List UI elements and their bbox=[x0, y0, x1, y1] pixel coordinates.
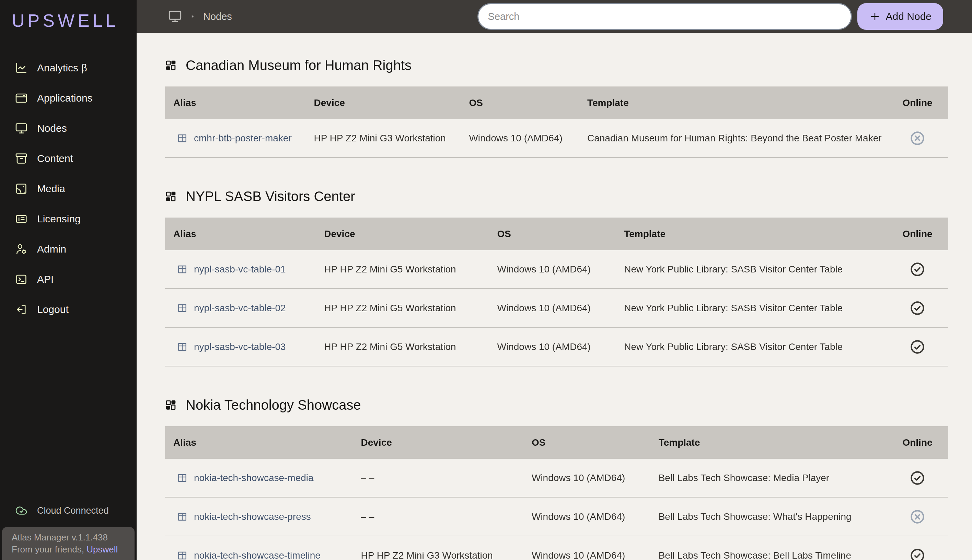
column-header-os: OS bbox=[497, 228, 624, 240]
sidebar-item-label: Analytics β bbox=[37, 62, 87, 74]
cell-os: Windows 10 (AMD64) bbox=[469, 133, 587, 144]
nodes-table: AliasDeviceOSTemplateOnline nokia-tech-s… bbox=[165, 426, 948, 560]
cell-os: Windows 10 (AMD64) bbox=[497, 303, 624, 313]
table-header-row: AliasDeviceOSTemplateOnline bbox=[165, 218, 948, 250]
cell-alias[interactable]: nokia-tech-showcase-press bbox=[165, 511, 361, 522]
user-gear-icon bbox=[15, 243, 27, 255]
cell-online bbox=[887, 130, 948, 146]
node-group-section: NYPL SASB Visitors Center AliasDeviceOST… bbox=[165, 187, 948, 367]
section-title: NYPL SASB Visitors Center bbox=[186, 189, 355, 204]
main-column: Nodes Add Node Canadian Museum for Human… bbox=[137, 0, 972, 560]
offline-x-icon bbox=[910, 130, 925, 146]
cell-alias[interactable]: nokia-tech-showcase-timeline bbox=[165, 550, 361, 560]
column-header-alias: Alias bbox=[165, 437, 361, 448]
sidebar-item-analytics[interactable]: Analytics β bbox=[0, 53, 137, 83]
cell-alias[interactable]: nypl-sasb-vc-table-01 bbox=[165, 264, 324, 275]
cell-online bbox=[887, 470, 948, 486]
table-header-row: AliasDeviceOSTemplateOnline bbox=[165, 426, 948, 459]
cell-os: Windows 10 (AMD64) bbox=[497, 264, 624, 275]
cell-device: – – bbox=[361, 472, 532, 483]
plus-icon bbox=[869, 11, 881, 22]
cell-alias[interactable]: nypl-sasb-vc-table-02 bbox=[165, 303, 324, 313]
topbar: Nodes Add Node bbox=[137, 0, 972, 33]
sidebar-item-content[interactable]: Content bbox=[0, 143, 137, 173]
alias-link[interactable]: nypl-sasb-vc-table-03 bbox=[194, 342, 286, 352]
node-group-section: Nokia Technology Showcase AliasDeviceOST… bbox=[165, 396, 948, 560]
window-pane-icon bbox=[177, 133, 188, 144]
alias-link[interactable]: nokia-tech-showcase-timeline bbox=[194, 550, 320, 560]
sidebar-item-admin[interactable]: Admin bbox=[0, 234, 137, 264]
cell-template: New York Public Library: SASB Visitor Ce… bbox=[624, 264, 887, 275]
search-bar[interactable] bbox=[477, 3, 852, 30]
table-row: cmhr-btb-poster-maker HP HP Z2 Mini G3 W… bbox=[165, 119, 948, 158]
sidebar-item-logout[interactable]: Logout bbox=[0, 294, 137, 325]
dashboard-grid-icon bbox=[165, 60, 177, 71]
cell-device: HP HP Z2 Mini G5 Workstation bbox=[324, 303, 497, 313]
sidebar-item-api[interactable]: API bbox=[0, 264, 137, 294]
table-row: nypl-sasb-vc-table-02 HP HP Z2 Mini G5 W… bbox=[165, 289, 948, 328]
cell-template: New York Public Library: SASB Visitor Ce… bbox=[624, 303, 887, 313]
window-pane-icon bbox=[177, 511, 188, 522]
cell-alias[interactable]: nypl-sasb-vc-table-03 bbox=[165, 342, 324, 352]
online-check-icon bbox=[910, 262, 925, 277]
window-pane-icon bbox=[177, 303, 188, 313]
sidebar-item-label: Nodes bbox=[37, 122, 67, 134]
offline-x-icon bbox=[910, 509, 925, 525]
terminal-icon bbox=[15, 273, 27, 285]
add-node-label: Add Node bbox=[886, 11, 932, 22]
logout-icon bbox=[15, 303, 27, 316]
cell-alias[interactable]: cmhr-btb-poster-maker bbox=[165, 133, 314, 144]
sidebar-item-label: Content bbox=[37, 153, 73, 164]
alias-link[interactable]: nypl-sasb-vc-table-02 bbox=[194, 303, 286, 313]
cloud-icon bbox=[15, 504, 27, 517]
id-card-icon bbox=[15, 213, 27, 225]
cell-device: HP HP Z2 Mini G5 Workstation bbox=[324, 264, 497, 275]
cell-online bbox=[887, 548, 948, 560]
sidebar-item-label: Licensing bbox=[37, 213, 81, 225]
column-header-device: Device bbox=[314, 97, 469, 108]
alias-link[interactable]: nypl-sasb-vc-table-01 bbox=[194, 264, 286, 275]
alias-link[interactable]: nokia-tech-showcase-press bbox=[194, 511, 311, 522]
column-header-template: Template bbox=[587, 97, 887, 108]
column-header-device: Device bbox=[361, 437, 532, 448]
sidebar-footer: Atlas Manager v.1.1.438 From your friend… bbox=[2, 527, 135, 560]
column-header-template: Template bbox=[624, 228, 887, 240]
sidebar-item-label: Logout bbox=[37, 304, 68, 315]
cell-online bbox=[887, 300, 948, 316]
window-pane-icon bbox=[177, 550, 188, 560]
nodes-table: AliasDeviceOSTemplateOnline nypl-sasb-vc… bbox=[165, 218, 948, 367]
alias-link[interactable]: nokia-tech-showcase-media bbox=[194, 472, 314, 483]
column-header-device: Device bbox=[324, 228, 497, 240]
brand-logo[interactable]: UPSWELL bbox=[0, 0, 137, 31]
add-node-button[interactable]: Add Node bbox=[857, 3, 943, 30]
sidebar-item-applications[interactable]: Applications bbox=[0, 83, 137, 113]
cell-os: Windows 10 (AMD64) bbox=[532, 550, 659, 560]
chevron-right-icon bbox=[188, 12, 197, 21]
sidebar-item-media[interactable]: Media bbox=[0, 173, 137, 204]
upswell-link[interactable]: Upswell bbox=[87, 544, 118, 555]
nodes-table: AliasDeviceOSTemplateOnline cmhr-btb-pos… bbox=[165, 87, 948, 158]
app-window-icon bbox=[15, 92, 27, 104]
monitor-breadcrumb-icon[interactable] bbox=[168, 10, 182, 23]
cell-online bbox=[887, 262, 948, 277]
sidebar-item-label: Applications bbox=[37, 92, 93, 104]
section-header: Canadian Museum for Human Rights bbox=[165, 56, 948, 74]
cell-device: HP HP Z2 Mini G3 Workstation bbox=[314, 133, 469, 144]
online-check-icon bbox=[910, 548, 925, 560]
column-header-online: Online bbox=[887, 437, 948, 448]
monitor-icon bbox=[15, 122, 27, 135]
sidebar-item-licensing[interactable]: Licensing bbox=[0, 204, 137, 234]
alias-link[interactable]: cmhr-btb-poster-maker bbox=[194, 133, 292, 144]
column-header-alias: Alias bbox=[165, 97, 314, 108]
node-group-section: Canadian Museum for Human Rights AliasDe… bbox=[165, 56, 948, 158]
column-header-os: OS bbox=[532, 437, 659, 448]
column-header-os: OS bbox=[469, 97, 587, 108]
cloud-status: Cloud Connected bbox=[0, 500, 137, 522]
cell-alias[interactable]: nokia-tech-showcase-media bbox=[165, 472, 361, 483]
online-check-icon bbox=[910, 300, 925, 316]
sidebar-item-nodes[interactable]: Nodes bbox=[0, 113, 137, 143]
cell-device: HP HP Z2 Mini G5 Workstation bbox=[324, 342, 497, 352]
sidebar-item-label: API bbox=[37, 273, 53, 285]
search-input[interactable] bbox=[487, 11, 842, 23]
image-icon bbox=[15, 183, 27, 195]
